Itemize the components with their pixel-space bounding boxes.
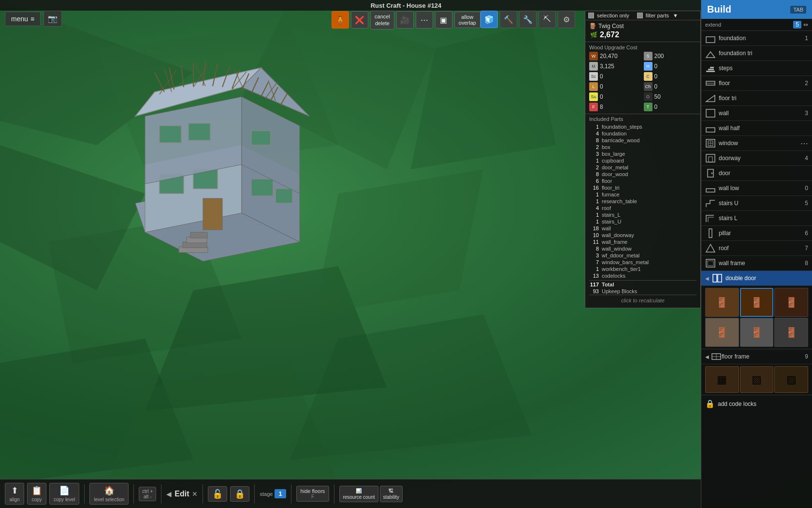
build-item-foundation[interactable]: foundation 1 (701, 31, 812, 46)
edit-close[interactable]: ✕ (192, 490, 198, 498)
cancel-delete-button[interactable]: cancel delete (370, 11, 394, 30)
resource-techtrash: T 0 (644, 103, 697, 111)
crude-value: 50 (654, 93, 661, 100)
svg-rect-35 (718, 274, 722, 282)
edit-left-arrow[interactable]: ◀ (166, 490, 172, 498)
align-icon: ⬆ (11, 485, 18, 496)
stage-label: stage (260, 491, 273, 497)
pick-tool[interactable]: ⛏ (538, 11, 556, 28)
build-item-doorway[interactable]: doorway 4 (701, 151, 812, 166)
svg-rect-46 (251, 179, 273, 196)
included-parts-label: Included Parts (589, 116, 696, 122)
square-icon-button[interactable]: ▣ (435, 11, 452, 29)
svg-rect-80 (190, 232, 207, 238)
build-item-wall-low[interactable]: wall low 0 (701, 181, 812, 196)
window-variant-icon[interactable]: ⋯ (800, 139, 808, 148)
pillar-icon (705, 228, 716, 239)
build-item-pillar[interactable]: pillar 6 (701, 226, 812, 241)
separator-4 (203, 484, 203, 504)
build-item-door[interactable]: door (701, 166, 812, 181)
camera-icon: 📷 (48, 15, 58, 23)
build-item-roof[interactable]: roof 7 (701, 241, 812, 256)
door-variant-6[interactable]: 🚪 (774, 318, 808, 347)
parts-panel: Included Parts 1 foundation_steps 4 foun… (585, 114, 700, 308)
build-item-stairs-u[interactable]: stairs U 5 (701, 196, 812, 211)
door-variant-5[interactable]: 🚪 (740, 318, 774, 347)
floor-frame-variant-3[interactable]: ▨ (774, 366, 808, 393)
cube-tool[interactable]: 🧊 (480, 11, 498, 28)
resource-count-button[interactable]: 📊 resource count (339, 486, 378, 502)
part-window-bars-metal: 7 window_bars_metal (589, 259, 696, 266)
build-item-floor[interactable]: floor 2 (701, 76, 812, 91)
align-button[interactable]: ⬆ align (5, 483, 24, 505)
door-variant-1[interactable]: 🚪 (705, 288, 739, 317)
part-door-wood: 8 door_wood (589, 171, 696, 178)
part-research-table: 1 research_table (589, 198, 696, 205)
build-item-floor-tri[interactable]: floor tri (701, 91, 812, 106)
hammer-tool[interactable]: 🔨 (500, 11, 517, 28)
floor-tri-icon (705, 93, 716, 104)
part-box-large: 3 box_large (589, 150, 696, 157)
recalculate-button[interactable]: click to recalculate (589, 295, 696, 306)
menu-button[interactable]: menu ≡ (5, 12, 41, 26)
build-item-steps[interactable]: steps (701, 61, 812, 76)
unlock-button[interactable]: 🔓 (208, 486, 227, 502)
copy-level-button[interactable]: 📄 copy level (49, 483, 79, 505)
lock-button[interactable]: 🔒 (230, 486, 249, 502)
part-workbench: 1 workbench_tier1 (589, 266, 696, 272)
hamburger-icon: ≡ (30, 15, 34, 23)
edit-label: Edit (174, 490, 189, 498)
steps-icon (705, 63, 716, 74)
hide-floors-button[interactable]: hide floors F (296, 486, 330, 502)
stage-value: 1 (275, 489, 286, 498)
door-icon (705, 168, 716, 179)
svg-marker-31 (706, 244, 715, 252)
filter-checkbox[interactable] (637, 13, 643, 18)
cancel-button[interactable]: ❌ (351, 11, 368, 29)
player-icon-button[interactable]: 🧍 (332, 11, 349, 29)
part-stairs-l: 1 stairs_L (589, 211, 696, 218)
copy-icon: 📋 (31, 485, 42, 496)
camera-button[interactable]: 📷 (44, 11, 62, 27)
door-variant-4[interactable]: 🚪 (705, 318, 739, 347)
filter-dropdown-icon[interactable]: ▼ (673, 13, 678, 18)
door-variant-2[interactable]: 🚪 (740, 288, 774, 317)
stone-icon: S (644, 52, 652, 60)
copy-level-icon: 📄 (59, 485, 70, 496)
wood-upgrade-label: Wood Upgrade Cost (589, 45, 696, 50)
part-wf-ddoor-metal: 3 wf_ddoor_metal (589, 252, 696, 259)
resource-lowgrade: F 8 (589, 103, 642, 111)
build-item-floor-frame[interactable]: ◀ floor frame 9 (701, 349, 812, 364)
separator-6 (291, 484, 291, 504)
unlock-icon: 🔓 (212, 489, 223, 499)
build-item-foundation-tri[interactable]: foundation tri (701, 46, 812, 61)
level-selection-button[interactable]: 🏠 level selection (89, 483, 129, 505)
video-button[interactable]: 🎥 (396, 11, 414, 29)
part-floor: 6 floor (589, 178, 696, 184)
floor-frame-variant-1[interactable]: ▦ (705, 366, 739, 393)
floor-frame-variant-2[interactable]: ▧ (740, 366, 774, 393)
build-item-wall-frame[interactable]: wall frame 8 (701, 256, 812, 271)
dots-button[interactable]: ⋯ (416, 11, 433, 29)
selection-checkbox[interactable] (588, 13, 594, 18)
build-item-double-door[interactable]: ◀ double door (701, 271, 812, 286)
build-item-wall[interactable]: wall 3 (701, 106, 812, 121)
copy-button[interactable]: 📋 copy (27, 483, 46, 505)
stone-value: 200 (654, 53, 664, 60)
build-item-wall-half[interactable]: wall half (701, 121, 812, 136)
build-item-window[interactable]: window ⋯ (701, 136, 812, 151)
svg-marker-6 (314, 169, 483, 314)
copy-label: copy (31, 497, 42, 502)
resource-count-icon: 📊 (356, 488, 362, 493)
lock-icon: 🔒 (234, 489, 245, 499)
wrench-tool[interactable]: 🔧 (519, 11, 536, 28)
door-variant-3[interactable]: 🚪 (774, 288, 808, 317)
gear-tool[interactable]: ⚙ (558, 11, 575, 28)
stability-button[interactable]: 🏗 stability (380, 486, 403, 502)
build-item-stairs-l[interactable]: stairs L (701, 211, 812, 226)
add-code-locks-button[interactable]: 🔒 add code locks (701, 395, 812, 412)
part-floor-tri: 16 floor_tri (589, 184, 696, 191)
resource-metal-frags: M 3,125 (589, 62, 642, 71)
allow-overlap-button[interactable]: allow overlap (454, 12, 480, 28)
copy-level-label: copy level (54, 497, 75, 502)
